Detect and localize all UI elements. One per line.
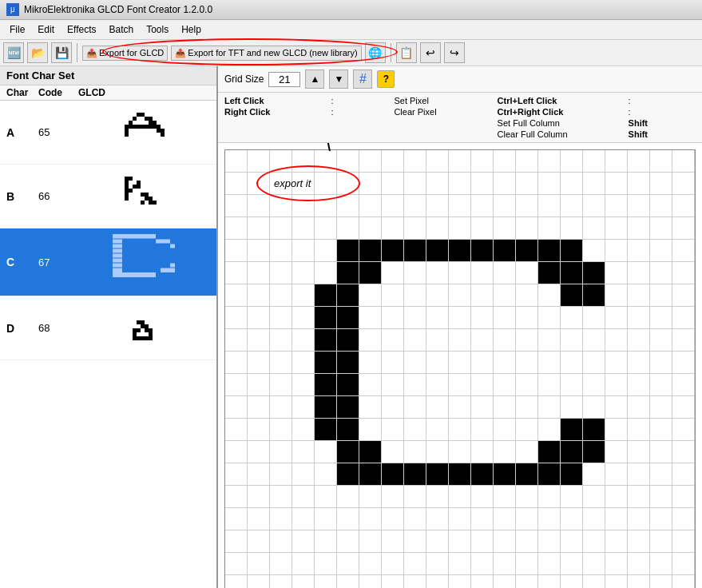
grid-cell[interactable]: [359, 441, 382, 463]
grid-cell[interactable]: [426, 508, 449, 530]
grid-cell[interactable]: [583, 329, 605, 352]
grid-cell[interactable]: [650, 240, 672, 262]
char-row-D[interactable]: D 68: [0, 296, 216, 360]
grid-cell[interactable]: [292, 150, 315, 173]
grid-cell[interactable]: [561, 329, 583, 352]
grid-cell[interactable]: [471, 575, 494, 588]
grid-cell[interactable]: [471, 486, 494, 508]
grid-cell[interactable]: [650, 352, 672, 374]
pixel-grid[interactable]: [224, 149, 696, 588]
web-button[interactable]: 🌐: [365, 42, 386, 63]
grid-cell[interactable]: [292, 374, 315, 396]
grid-cell[interactable]: [516, 486, 538, 508]
grid-cell[interactable]: [337, 441, 359, 463]
grid-cell[interactable]: [650, 463, 672, 486]
grid-cell[interactable]: [538, 374, 561, 396]
grid-cell[interactable]: [292, 352, 315, 374]
grid-cell[interactable]: [382, 441, 404, 463]
grid-cell[interactable]: [605, 575, 628, 588]
grid-cell[interactable]: [494, 217, 516, 240]
grid-cell[interactable]: [382, 374, 404, 396]
grid-cell[interactable]: [404, 553, 426, 575]
grid-cell[interactable]: [359, 374, 382, 396]
grid-cell[interactable]: [449, 486, 471, 508]
grid-hash-button[interactable]: #: [353, 70, 372, 89]
grid-cell[interactable]: [270, 463, 292, 486]
save-button[interactable]: 💾: [51, 42, 72, 63]
grid-cell[interactable]: [225, 508, 248, 530]
grid-cell[interactable]: [315, 262, 337, 284]
grid-cell[interactable]: [404, 530, 426, 553]
grid-cell[interactable]: [426, 463, 449, 486]
grid-cell[interactable]: [516, 419, 538, 441]
grid-cell[interactable]: [583, 374, 605, 396]
grid-cell[interactable]: [359, 463, 382, 486]
grid-cell[interactable]: [382, 217, 404, 240]
menu-file[interactable]: File: [3, 22, 31, 38]
grid-cell[interactable]: [337, 173, 359, 195]
grid-cell[interactable]: [270, 441, 292, 463]
grid-cell[interactable]: [605, 262, 628, 284]
grid-cell[interactable]: [471, 553, 494, 575]
grid-cell[interactable]: [583, 217, 605, 240]
grid-cell[interactable]: [516, 307, 538, 329]
grid-cell[interactable]: [225, 173, 248, 195]
grid-cell[interactable]: [270, 374, 292, 396]
grid-cell[interactable]: [516, 284, 538, 307]
grid-cell[interactable]: [248, 329, 270, 352]
grid-cell[interactable]: [248, 217, 270, 240]
grid-cell[interactable]: [359, 419, 382, 441]
grid-cell[interactable]: [516, 150, 538, 173]
grid-cell[interactable]: [404, 262, 426, 284]
grid-cell[interactable]: [382, 530, 404, 553]
grid-cell[interactable]: [583, 441, 605, 463]
grid-cell[interactable]: [270, 352, 292, 374]
grid-cell[interactable]: [672, 553, 695, 575]
grid-cell[interactable]: [315, 150, 337, 173]
grid-cell[interactable]: [561, 262, 583, 284]
grid-cell[interactable]: [561, 284, 583, 307]
grid-cell[interactable]: [650, 575, 672, 588]
grid-cell[interactable]: [270, 284, 292, 307]
grid-cell[interactable]: [225, 374, 248, 396]
grid-cell[interactable]: [292, 553, 315, 575]
grid-cell[interactable]: [561, 463, 583, 486]
grid-cell[interactable]: [471, 463, 494, 486]
grid-cell[interactable]: [494, 530, 516, 553]
grid-cell[interactable]: [270, 329, 292, 352]
grid-cell[interactable]: [337, 463, 359, 486]
grid-cell[interactable]: [337, 530, 359, 553]
grid-cell[interactable]: [583, 352, 605, 374]
grid-cell[interactable]: [650, 195, 672, 217]
menu-tools[interactable]: Tools: [140, 22, 175, 38]
grid-cell[interactable]: [672, 419, 695, 441]
grid-cell[interactable]: [359, 262, 382, 284]
grid-cell[interactable]: [292, 195, 315, 217]
grid-cell[interactable]: [337, 374, 359, 396]
grid-cell[interactable]: [516, 441, 538, 463]
grid-cell[interactable]: [605, 352, 628, 374]
grid-cell[interactable]: [494, 307, 516, 329]
grid-cell[interactable]: [292, 284, 315, 307]
grid-cell[interactable]: [494, 441, 516, 463]
grid-cell[interactable]: [315, 508, 337, 530]
grid-cell[interactable]: [382, 173, 404, 195]
grid-cell[interactable]: [337, 195, 359, 217]
grid-cell[interactable]: [672, 463, 695, 486]
grid-cell[interactable]: [628, 240, 650, 262]
grid-cell[interactable]: [538, 396, 561, 419]
grid-cell[interactable]: [471, 530, 494, 553]
grid-cell[interactable]: [650, 307, 672, 329]
grid-cell[interactable]: [583, 240, 605, 262]
grid-cell[interactable]: [292, 217, 315, 240]
grid-cell[interactable]: [404, 150, 426, 173]
grid-cell[interactable]: [538, 307, 561, 329]
grid-cell[interactable]: [449, 508, 471, 530]
grid-cell[interactable]: [404, 419, 426, 441]
grid-cell[interactable]: [471, 508, 494, 530]
grid-cell[interactable]: [225, 486, 248, 508]
grid-cell[interactable]: [248, 553, 270, 575]
grid-cell[interactable]: [359, 396, 382, 419]
grid-cell[interactable]: [404, 486, 426, 508]
grid-cell[interactable]: [650, 530, 672, 553]
